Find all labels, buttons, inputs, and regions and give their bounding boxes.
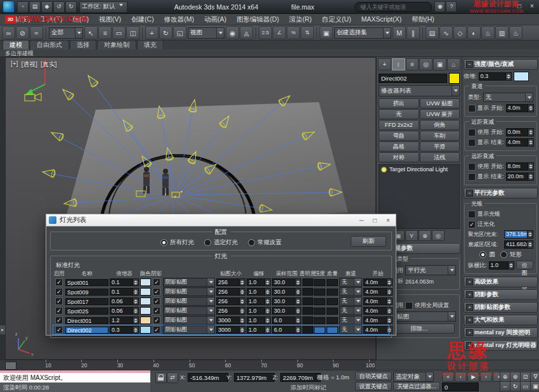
light-color-swatch[interactable]	[140, 307, 151, 315]
bias-spinner[interactable]: 1.0	[247, 278, 271, 286]
stack-item[interactable]: Target Directional Light	[379, 165, 459, 174]
mirror-icon[interactable]: M	[393, 26, 406, 39]
select-by-name-icon[interactable]: ≡	[98, 26, 112, 39]
close-button[interactable]: ×	[526, 1, 538, 11]
decay-start-spinner[interactable]: 4.0m	[363, 297, 393, 305]
transparency-swatch[interactable]	[302, 307, 313, 315]
menu-item[interactable]: 工具(T)	[36, 14, 67, 25]
selection-filter-dropdown[interactable]: 全部	[49, 27, 83, 39]
menu-item[interactable]: MAXScript(X)	[357, 14, 406, 25]
spinner-arrows-icon[interactable]	[528, 173, 534, 181]
modifier-button[interactable]: 对称	[379, 152, 419, 162]
rollout-header-collapsed[interactable]: mental ray 间接照明	[464, 327, 538, 338]
remove-modifier-icon[interactable]: ⊗	[419, 230, 431, 241]
config-radio[interactable]: 常规设置	[248, 238, 282, 247]
maximize-button[interactable]: □	[514, 1, 525, 11]
light-name-field[interactable]: Spot017	[65, 298, 108, 305]
object-name-field[interactable]: Direct002	[379, 74, 447, 83]
ribbon-tab[interactable]: 对象绘制	[97, 40, 136, 49]
create-tab-icon[interactable]: +	[378, 58, 391, 70]
aspect-spinner[interactable]: 1.0	[489, 261, 514, 270]
shadow-type-dropdown[interactable]: 阴影贴图	[163, 297, 215, 306]
light-color-swatch[interactable]	[140, 297, 151, 305]
decay-start-spinner[interactable]: 4.0m	[506, 104, 534, 112]
light-multiplier-spinner[interactable]: 0.1	[110, 278, 139, 286]
save-file-icon[interactable]: ◆	[41, 1, 53, 13]
light-shadow-checkbox[interactable]	[153, 278, 160, 286]
near-use-checkbox[interactable]	[468, 129, 476, 136]
help-icon[interactable]: ?	[446, 1, 457, 12]
light-color-swatch[interactable]	[140, 326, 151, 334]
hierarchy-tab-icon[interactable]: ≡	[406, 58, 419, 70]
3dsmax-logo-icon[interactable]	[3, 1, 15, 13]
modifier-button[interactable]: 法线	[420, 152, 460, 162]
transparency-swatch[interactable]	[302, 278, 313, 286]
light-enable-checkbox[interactable]	[55, 297, 63, 305]
time-slider[interactable]: 102030405060708090100	[0, 360, 376, 370]
light-shadow-checkbox[interactable]	[153, 326, 160, 334]
light-color-swatch[interactable]	[140, 317, 151, 324]
light-multiplier-spinner[interactable]: 0.06	[110, 297, 139, 305]
menu-item[interactable]: 编辑(E)	[4, 14, 35, 25]
select-manipulate-icon[interactable]: ◬	[240, 26, 253, 39]
select-rotate-icon[interactable]: ↻	[159, 26, 172, 39]
intensity-field[interactable]	[314, 289, 325, 296]
fov-icon[interactable]: ∇	[530, 372, 539, 382]
window-crossing-icon[interactable]: ◫	[126, 26, 140, 39]
shadow-type-dropdown[interactable]: 阴影贴图	[163, 306, 215, 315]
selection-region-icon[interactable]: ▭	[112, 26, 126, 39]
pan-icon[interactable]: ⇔	[500, 381, 510, 391]
align-icon[interactable]: ∥	[406, 26, 420, 39]
zoom-extents-icon[interactable]: ⊡	[520, 372, 531, 382]
utilities-tab-icon[interactable]: ⌂	[447, 58, 460, 70]
modifier-list-dropdown[interactable]: 修改器列表	[379, 85, 460, 96]
render-setup-icon[interactable]: ♨	[481, 26, 495, 39]
menu-item[interactable]: 组(G)	[68, 14, 93, 25]
menu-item[interactable]: 图形编辑器(D)	[232, 14, 283, 25]
spinner-arrows-icon[interactable]	[528, 230, 533, 238]
render-icon[interactable]: ♨	[509, 26, 523, 39]
sign-in-icon[interactable]: ◉	[434, 1, 445, 12]
spinner-arrows-icon[interactable]	[528, 104, 534, 112]
falloff-spinner[interactable]: 411.682m	[504, 240, 533, 249]
dialog-maximize-button[interactable]: □	[370, 217, 380, 224]
light-enable-checkbox[interactable]	[55, 317, 63, 324]
maximize-viewport-icon[interactable]: ▣	[530, 381, 539, 391]
edit-named-sets-icon[interactable]: ▣	[320, 26, 333, 39]
intensity-field[interactable]	[314, 279, 325, 286]
modifier-button[interactable]: UVW 贴图	[420, 98, 460, 108]
sample-range-spinner[interactable]: 30.0	[272, 288, 301, 296]
rollout-header-collapsed[interactable]: 阴影参数	[464, 289, 538, 300]
ribbon-tab[interactable]: 填充	[137, 40, 164, 49]
menu-item[interactable]: 创建(C)	[127, 14, 159, 25]
quality-field[interactable]	[327, 279, 338, 286]
light-enable-checkbox[interactable]	[55, 326, 63, 334]
decay-dropdown[interactable]: 无	[339, 278, 362, 287]
quality-field[interactable]	[327, 289, 338, 296]
search-input[interactable]	[354, 2, 432, 12]
light-multiplier-spinner[interactable]: 0.06	[110, 307, 139, 315]
bind-spacewarp-icon[interactable]: ≈	[30, 26, 43, 39]
minimize-button[interactable]: ─	[501, 1, 512, 11]
rollout-header-collapsed[interactable]: 阴影贴图参数	[464, 302, 538, 313]
use-global-settings-checkbox[interactable]	[405, 302, 413, 310]
new-scene-icon[interactable]: ▫	[17, 1, 29, 13]
light-color-swatch[interactable]	[514, 72, 529, 81]
spinner-arrows-icon[interactable]	[528, 240, 533, 249]
rollout-header-collapsed[interactable]: mental ray 灯光明暗器	[464, 340, 538, 351]
menu-item[interactable]: 修改器(M)	[160, 14, 198, 25]
next-frame-button[interactable]: ›	[480, 372, 492, 382]
shadow-type-dropdown[interactable]: 阴影贴图	[163, 287, 215, 296]
sample-range-spinner[interactable]: 6.0	[272, 326, 301, 334]
menu-item[interactable]: 动画(A)	[200, 14, 231, 25]
map-size-spinner[interactable]: 256	[216, 288, 245, 296]
goto-start-button[interactable]: «	[442, 372, 454, 382]
select-move-icon[interactable]: +	[145, 26, 159, 39]
zoom-region-icon[interactable]: ▭	[520, 381, 531, 391]
spinner-arrows-icon[interactable]	[528, 128, 534, 136]
hotspot-spinner[interactable]: 378.18m	[504, 230, 533, 238]
viewport-label-part[interactable]: [真实]	[41, 60, 57, 69]
percent-snap-icon[interactable]: %	[287, 26, 300, 39]
far-end-spinner[interactable]: 20.0m	[506, 173, 534, 181]
transparency-swatch[interactable]	[302, 288, 313, 296]
